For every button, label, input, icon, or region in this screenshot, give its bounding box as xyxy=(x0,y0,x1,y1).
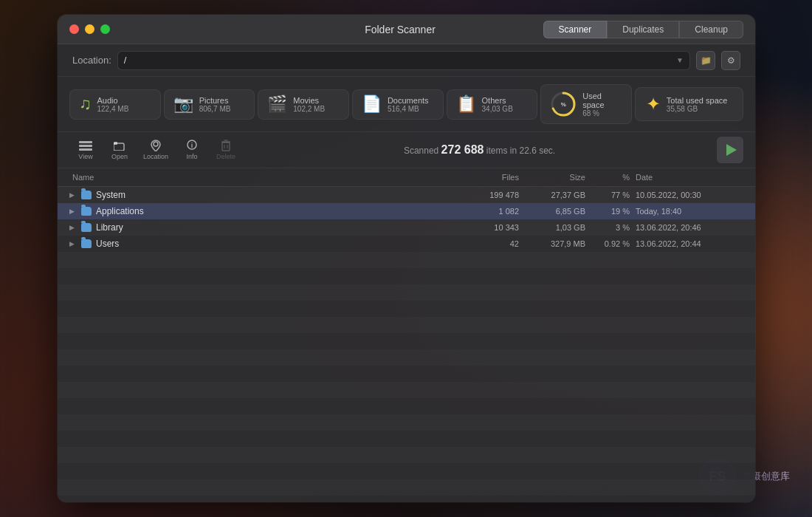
location-label: Location: xyxy=(72,55,111,66)
row-name-users: ▶ Users xyxy=(69,239,448,249)
stats-bar: ♫ Audio 122,4 MB 📷 Pictures 806,7 MB 🎬 M… xyxy=(58,77,755,132)
audio-value: 122,4 MB xyxy=(97,105,129,113)
empty-row xyxy=(58,398,755,414)
table-row[interactable]: ▶ Library 10 343 1,03 GB 3 % 13.06.2022,… xyxy=(58,219,755,236)
browse-folder-button[interactable]: 📁 xyxy=(696,51,715,70)
pictures-icon: 📷 xyxy=(173,96,193,112)
svg-rect-2 xyxy=(79,141,92,143)
delete-label: Delete xyxy=(216,153,235,160)
location-input[interactable] xyxy=(124,55,676,66)
row-name-library: ▶ Library xyxy=(69,222,448,233)
svg-rect-6 xyxy=(114,142,117,145)
documents-label: Documents xyxy=(388,96,429,105)
total-used-value: 35,58 GB xyxy=(667,105,728,113)
view-label: View xyxy=(78,153,92,160)
row-percent-system: 77 % xyxy=(588,191,633,199)
maximize-button[interactable] xyxy=(100,24,110,34)
play-icon xyxy=(726,144,737,156)
delete-button[interactable]: Delete xyxy=(210,137,242,163)
stat-card-movies: 🎬 Movies 102,2 MB xyxy=(258,89,349,120)
row-date-applications: Today, 18:40 xyxy=(633,207,743,216)
row-files-system: 199 478 xyxy=(448,191,522,199)
table-row[interactable]: ▶ Applications 1 082 6,85 GB 19 % Today,… xyxy=(58,203,755,219)
total-used-card: ✦ Total used space 35,58 GB xyxy=(635,87,743,121)
empty-row xyxy=(58,431,755,447)
toolbar-tabs: Scanner Duplicates Cleanup xyxy=(543,21,743,38)
table-row[interactable]: ▶ System 199 478 27,37 GB 77 % 10.05.202… xyxy=(58,187,755,203)
empty-row xyxy=(58,252,755,268)
location-icon xyxy=(148,140,164,151)
row-name-text: Applications xyxy=(96,206,144,216)
row-percent-library: 3 % xyxy=(588,223,633,232)
svg-text:i: i xyxy=(191,142,193,149)
folder-icon xyxy=(81,223,92,232)
expand-icon[interactable]: ▶ xyxy=(69,208,77,215)
row-size-library: 1,03 GB xyxy=(522,223,588,232)
total-used-label: Total used space xyxy=(667,96,728,105)
col-name: Name xyxy=(69,171,448,183)
row-size-applications: 6,85 GB xyxy=(522,207,588,216)
movies-value: 102,2 MB xyxy=(293,105,325,113)
empty-row xyxy=(58,479,755,496)
minimize-button[interactable] xyxy=(85,24,94,34)
empty-row xyxy=(58,447,755,463)
empty-row xyxy=(58,349,755,366)
action-bar: View Open Location xyxy=(58,132,755,168)
delete-icon xyxy=(218,140,234,151)
empty-row xyxy=(58,366,755,382)
empty-row xyxy=(58,268,755,284)
empty-row xyxy=(58,301,755,317)
folder-icon xyxy=(81,239,92,248)
open-label: Open xyxy=(111,153,128,160)
location-button[interactable]: Location xyxy=(137,137,174,163)
chevron-down-icon: ▼ xyxy=(676,56,684,64)
expand-icon[interactable]: ▶ xyxy=(69,191,77,199)
app-window: Folder Scanner Scanner Duplicates Cleanu… xyxy=(58,15,755,502)
expand-icon[interactable]: ▶ xyxy=(69,240,77,247)
stat-text-documents: Documents 516,4 MB xyxy=(388,96,429,113)
scan-prefix: Scanned xyxy=(404,145,438,156)
info-button[interactable]: i Info xyxy=(176,137,208,163)
empty-row xyxy=(58,496,755,502)
info-icon: i xyxy=(184,140,200,151)
col-percent: % xyxy=(588,171,633,183)
titlebar: Folder Scanner Scanner Duplicates Cleanu… xyxy=(58,15,755,44)
empty-row xyxy=(58,463,755,479)
table-row[interactable]: ▶ Users 42 327,9 MB 0.92 % 13.06.2022, 2… xyxy=(58,236,755,252)
row-files-applications: 1 082 xyxy=(448,207,522,216)
stat-text-movies: Movies 102,2 MB xyxy=(293,96,325,113)
view-button[interactable]: View xyxy=(69,137,102,163)
row-date-library: 13.06.2022, 20:46 xyxy=(633,223,743,232)
scan-count: 272 688 xyxy=(441,143,484,156)
pictures-label: Pictures xyxy=(199,96,231,105)
folder-icon xyxy=(81,207,92,216)
open-icon xyxy=(111,140,128,151)
tab-cleanup[interactable]: Cleanup xyxy=(679,21,743,38)
row-name-system: ▶ System xyxy=(69,190,448,200)
info-label: Info xyxy=(187,153,198,160)
tab-duplicates[interactable]: Duplicates xyxy=(607,21,679,38)
others-icon: 📋 xyxy=(456,96,476,112)
stat-card-documents: 📄 Documents 516,4 MB xyxy=(352,89,444,120)
expand-icon[interactable]: ▶ xyxy=(69,224,77,231)
stat-card-audio: ♫ Audio 122,4 MB xyxy=(69,89,161,120)
empty-row xyxy=(58,333,755,349)
total-used-text: Total used space 35,58 GB xyxy=(667,96,728,113)
file-table: Name Files Size % Date ▶ System 199 478 … xyxy=(58,168,755,502)
close-button[interactable] xyxy=(69,24,79,34)
stat-text-pictures: Pictures 806,7 MB xyxy=(199,96,231,113)
folder-icon: 📁 xyxy=(701,55,712,66)
location-label: Location xyxy=(143,153,168,160)
table-body: ▶ System 199 478 27,37 GB 77 % 10.05.202… xyxy=(58,187,755,502)
tab-scanner[interactable]: Scanner xyxy=(543,21,608,38)
empty-row xyxy=(58,382,755,398)
documents-icon: 📄 xyxy=(362,96,382,112)
row-files-users: 42 xyxy=(448,239,522,248)
stat-text-others: Others 34,03 GB xyxy=(482,96,513,113)
settings-button[interactable]: ⚙ xyxy=(721,51,740,70)
play-button[interactable] xyxy=(717,137,743,163)
svg-point-7 xyxy=(154,142,158,146)
open-button[interactable]: Open xyxy=(103,137,136,163)
location-input-wrapper: ▼ xyxy=(117,51,690,70)
folder-icon xyxy=(81,191,92,199)
